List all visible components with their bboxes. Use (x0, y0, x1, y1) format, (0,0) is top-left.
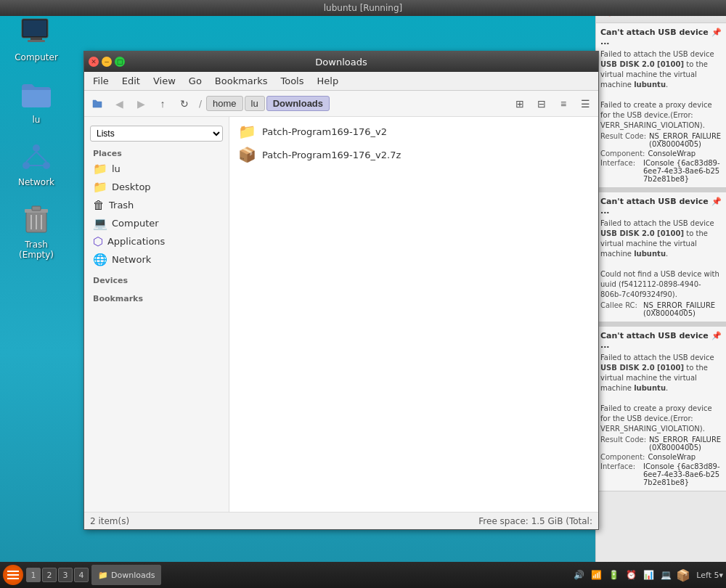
workspace-1-button[interactable]: 1 (26, 568, 41, 582)
fm-up-button[interactable]: ↑ (152, 94, 173, 114)
fm-sidebar-places: Places 📁 lu 📁 Desktop 🗑 Trash 💻 Computer (84, 147, 229, 269)
fm-sidebar-select[interactable]: Lists (90, 126, 223, 142)
applications-sidebar-label: Applications (107, 236, 165, 247)
fm-detail-view-button[interactable]: ☰ (575, 94, 595, 114)
svg-rect-3 (28, 40, 45, 42)
desktop-sidebar-label: Desktop (112, 181, 151, 192)
fm-file-list[interactable]: 📁 Patch-Program169-176_v2 📦 Patch-Progra… (229, 117, 598, 512)
vbox-panel: 🔖 ⬆ ● Can't attach USB device ... 📌 Fail… (595, 0, 726, 569)
fm-devices-heading: Devices (84, 274, 229, 287)
fm-icon-view-button[interactable]: ⊞ (510, 94, 530, 114)
desktop-icon-trash[interactable]: Trash (Empty) (7, 202, 65, 260)
fm-menu-go[interactable]: Go (183, 74, 208, 88)
fm-places-heading: Places (84, 147, 229, 160)
fm-sidebar: Lists Places 📁 lu 📁 Desktop 🗑 Trash (84, 117, 229, 512)
vbox-notif-1-row-2: Interface: IConsole {6ac83d89-6ee7-4e33-… (600, 159, 722, 183)
sidebar-item-applications[interactable]: ⬡ Applications (84, 232, 229, 250)
vbox-notif-1-row-0: Result Code: NS_ERROR_FAILURE (0X8000400… (600, 132, 722, 148)
vbox-notif-1-body: Failed to attach the USB device USB DISK… (600, 49, 722, 131)
sidebar-item-lu[interactable]: 📁 lu (84, 160, 229, 178)
fm-new-folder-button[interactable] (87, 94, 107, 114)
sidebar-item-network[interactable]: 🌐 Network (84, 250, 229, 269)
fm-list-view-button[interactable]: ≡ (553, 94, 574, 114)
svg-rect-2 (30, 38, 42, 40)
tray-icon-5[interactable]: 📊 (641, 568, 656, 582)
archive-file-icon: 📦 (238, 146, 256, 163)
vbox-notif-3-title: Can't attach USB device ... 📌 (600, 331, 722, 350)
fm-sidebar-dropdown[interactable]: Lists (90, 126, 223, 142)
tray-icon-4[interactable]: ⏰ (624, 568, 638, 582)
tray-icon-1[interactable]: 🔊 (571, 568, 586, 582)
fm-menu-tools[interactable]: Tools (274, 74, 309, 88)
taskbar-start-button[interactable] (3, 565, 23, 585)
fm-close-button[interactable]: ✕ (89, 57, 99, 67)
file-item-archive-name: Patch-Program169-176_v2.7z (262, 150, 401, 160)
fm-reload-button[interactable]: ↻ (174, 94, 195, 114)
workspace-3-button[interactable]: 3 (58, 568, 73, 582)
file-item-folder[interactable]: 📁 Patch-Program169-176_v2 (232, 120, 595, 143)
sidebar-item-computer[interactable]: 💻 Computer (84, 214, 229, 232)
vbox-notif-1-pin[interactable]: 📌 (711, 28, 722, 46)
fm-minimize-button[interactable]: − (102, 57, 112, 67)
tray-icon-2[interactable]: 📶 (589, 568, 603, 582)
trash-sidebar-icon: 🗑 (93, 198, 105, 212)
fm-bookmarks-heading: Bookmarks (84, 293, 229, 305)
fm-path-lu-btn[interactable]: lu (245, 96, 265, 111)
taskbar-downloads-app[interactable]: 📁 Downloads (91, 565, 161, 585)
trash-icon-label: Trash (Empty) (7, 240, 65, 260)
fm-forward-button[interactable]: ▶ (131, 94, 151, 114)
computer-icon-label: Computer (15, 52, 58, 62)
fm-back-button[interactable]: ◀ (109, 94, 129, 114)
taskbar: 1 2 3 4 📁 Downloads 🔊 📶 🔋 ⏰ 📊 💻 📦 Left 5… (0, 562, 726, 588)
file-manager-window: ✕ − □ Downloads File Edit View Go Bookma… (83, 51, 599, 530)
computer-sidebar-icon: 💻 (93, 216, 107, 230)
lu-folder-icon (19, 77, 54, 112)
desktop-sidebar-icon: 📁 (93, 180, 107, 194)
svg-rect-17 (7, 574, 19, 576)
svg-rect-18 (7, 578, 19, 579)
fm-menu-edit[interactable]: Edit (116, 74, 146, 88)
vbox-scroll-area[interactable]: Can't attach USB device ... 📌 Failed to … (596, 23, 726, 569)
fm-menu-help[interactable]: Help (311, 74, 345, 88)
fm-maximize-button[interactable]: □ (115, 57, 125, 67)
fm-free-space: Free space: 1.5 GiB (Total: (478, 516, 592, 526)
vbox-notif-2-title: Can't attach USB device ... 📌 (600, 197, 722, 216)
svg-point-4 (33, 144, 40, 152)
desktop-icon-network[interactable]: Network (7, 139, 65, 187)
applications-sidebar-icon: ⬡ (93, 234, 103, 248)
tray-icon-6[interactable]: 💻 (658, 568, 673, 582)
svg-rect-12 (32, 206, 41, 211)
sidebar-item-desktop[interactable]: 📁 Desktop (84, 178, 229, 196)
sidebar-item-trash[interactable]: 🗑 Trash (84, 196, 229, 214)
fm-item-count: 2 item(s) (90, 516, 129, 526)
file-item-archive[interactable]: 📦 Patch-Program169-176_v2.7z (232, 143, 595, 166)
tray-icon-vbox[interactable]: 📦 (676, 568, 690, 582)
fm-compact-view-button[interactable]: ⊟ (531, 94, 552, 114)
fm-menu-view[interactable]: View (147, 74, 182, 88)
desktop-icon-computer[interactable]: Computer (7, 15, 65, 62)
fm-menu-file[interactable]: File (87, 74, 115, 88)
vbox-notif-3-body: Failed to attach the USB device USB DISK… (600, 353, 722, 434)
fm-sidebar-devices: Devices (84, 274, 229, 287)
fm-titlebar-controls: ✕ − □ (89, 57, 132, 67)
fm-content: Lists Places 📁 lu 📁 Desktop 🗑 Trash (84, 117, 598, 512)
network-icon-label: Network (18, 177, 54, 187)
desktop-icon-lu[interactable]: lu (7, 77, 65, 125)
fm-path-home-btn[interactable]: home (206, 96, 243, 111)
fm-path-downloads-btn[interactable]: Downloads (266, 96, 330, 111)
workspace-2-button[interactable]: 2 (42, 568, 57, 582)
taskbar-apps: 📁 Downloads (91, 565, 571, 585)
vbox-notif-3-row-2: Interface: IConsole {6ac83d89-6ee7-4e33-… (600, 462, 722, 486)
vbox-notif-2-pin[interactable]: 📌 (711, 197, 722, 216)
tray-icon-3[interactable]: 🔋 (606, 568, 621, 582)
trash-icon (19, 202, 54, 237)
fm-menu-bookmarks[interactable]: Bookmarks (209, 74, 274, 88)
fm-statusbar: 2 item(s) Free space: 1.5 GiB (Total: (84, 512, 598, 529)
vbox-notif-3-pin[interactable]: 📌 (711, 331, 722, 350)
taskbar-right-text[interactable]: Left 5▾ (696, 571, 723, 580)
vbox-notif-1-title: Can't attach USB device ... 📌 (600, 28, 722, 46)
lu-sidebar-label: lu (112, 163, 121, 174)
vbox-notif-2-body: Failed to attach the USB device USB DISK… (600, 219, 722, 300)
workspace-4-button[interactable]: 4 (74, 568, 89, 582)
lu-sidebar-icon: 📁 (93, 162, 107, 176)
